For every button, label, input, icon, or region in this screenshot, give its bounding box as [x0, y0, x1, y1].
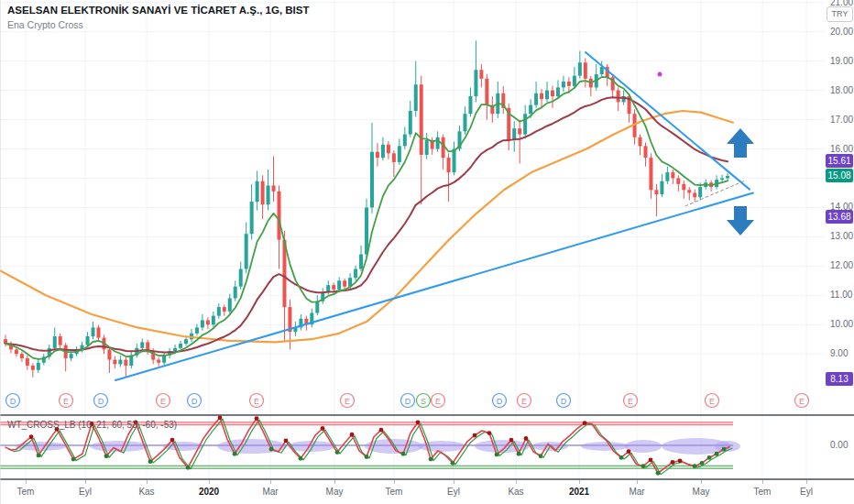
- time-tick-label: 2020: [199, 487, 219, 497]
- time-tick-label: Tem: [386, 487, 403, 497]
- time-tick-label: May: [693, 487, 710, 497]
- price-tick-label: 17.00: [830, 115, 853, 125]
- price-tick-label: 10.00: [830, 319, 853, 329]
- time-tick-mark: [334, 480, 335, 484]
- symbol-title[interactable]: ASELSAN ELEKTRONİK SANAYİ VE TİCARET A.Ş…: [7, 5, 310, 16]
- time-tick-mark: [701, 480, 702, 484]
- time-tick-mark: [579, 480, 580, 484]
- price-tick-label: 18.00: [830, 85, 853, 95]
- time-tick-label: Mar: [262, 487, 278, 497]
- price-tick-label: 12.00: [830, 260, 853, 270]
- price-tick-label: 19.00: [830, 56, 853, 66]
- price-badge-15.61: 15.61: [826, 154, 853, 168]
- indicator-tick-label: 0.00: [830, 440, 848, 450]
- time-tick-label: 2021: [569, 487, 589, 497]
- price-badge-8.13: 8.13: [826, 372, 853, 386]
- time-tick-mark: [762, 480, 763, 484]
- time-tick-label: Eyl: [800, 487, 813, 497]
- time-tick-label: May: [326, 487, 344, 497]
- price-tick-label: 9.00: [830, 348, 848, 358]
- time-tick-mark: [454, 480, 454, 484]
- time-tick-mark: [516, 480, 517, 484]
- time-tick-label: Mar: [629, 487, 644, 497]
- currency-badge: TRY: [827, 6, 853, 22]
- indicator-subtitle[interactable]: Ena Crypto Cross: [7, 19, 83, 30]
- time-tick-mark: [85, 480, 86, 484]
- wt-cross-indicator-label[interactable]: WT_CROSS_LB (10, 21, 60, 53, -60, -53): [7, 420, 177, 430]
- chart-labels-layer: ASELSAN ELEKTRONİK SANAYİ VE TİCARET A.Ş…: [0, 0, 854, 504]
- price-tick-label: 16.00: [830, 144, 853, 154]
- time-tick-mark: [147, 480, 148, 484]
- time-tick-label: Kas: [138, 487, 154, 497]
- time-tick-label: Tem: [754, 487, 772, 497]
- time-tick-mark: [209, 480, 210, 484]
- price-tick-label: 11.00: [830, 290, 852, 300]
- price-badge-13.68: 13.68: [826, 210, 853, 224]
- time-tick-mark: [637, 480, 638, 484]
- time-tick-mark: [270, 480, 271, 484]
- price-tick-label: 13.00: [830, 231, 853, 241]
- price-tick-label: 20.00: [830, 27, 853, 37]
- price-badge-15.08: 15.08: [826, 169, 853, 182]
- time-tick-mark: [394, 480, 395, 484]
- time-tick-label: Eyl: [79, 487, 92, 497]
- time-tick-mark: [26, 480, 27, 484]
- time-tick-label: Tem: [17, 487, 35, 497]
- trading-chart-window: DEDEDEEDSEDEDEEE ASELSAN ELEKTRONİK SANA…: [0, 0, 854, 504]
- price-tick-label: 21.00: [830, 0, 853, 7]
- time-tick-mark: [806, 480, 807, 484]
- time-tick-label: Eyl: [447, 487, 460, 497]
- time-tick-label: Kas: [508, 487, 523, 497]
